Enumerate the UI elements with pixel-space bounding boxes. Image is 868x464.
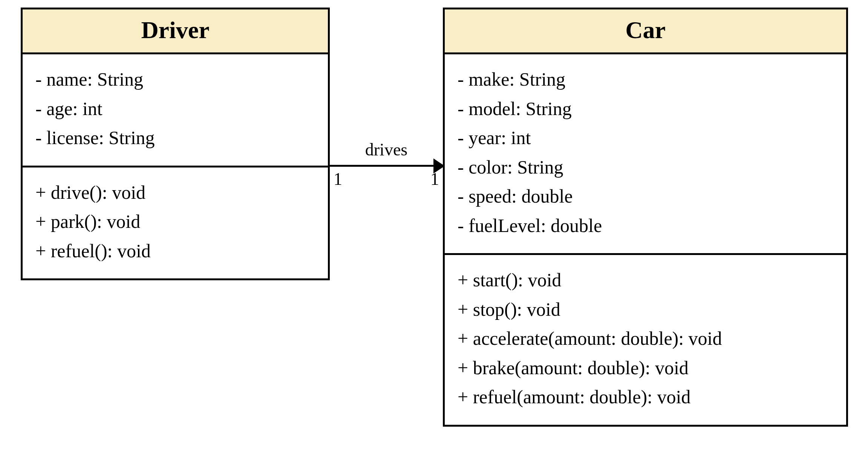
association-line [330, 165, 433, 167]
class-method: + park(): void [35, 207, 315, 237]
class-box-car: Car - make: String - model: String - yea… [443, 8, 848, 427]
uml-diagram: Driver - name: String - age: int - licen… [0, 0, 868, 464]
class-attributes-car: - make: String - model: String - year: i… [445, 54, 846, 255]
class-box-driver: Driver - name: String - age: int - licen… [21, 8, 330, 280]
class-method: + accelerate(amount: double): void [458, 324, 833, 353]
class-method: + refuel(amount: double): void [458, 383, 833, 412]
association-multiplicity-right: 1 [424, 169, 439, 189]
association-label: drives [330, 140, 443, 160]
class-attr: - year: int [458, 123, 833, 153]
class-title-car: Car [445, 9, 846, 54]
class-attr: - make: String [458, 65, 833, 94]
association-multiplicity-left: 1 [334, 169, 349, 189]
class-title-driver: Driver [23, 9, 328, 54]
class-method: + refuel(): void [35, 237, 315, 266]
class-attr: - fuelLevel: double [458, 211, 833, 241]
class-attr: - age: int [35, 94, 315, 124]
class-method: + drive(): void [35, 178, 315, 207]
class-methods-car: + start(): void + stop(): void + acceler… [445, 255, 846, 425]
class-attr: - model: String [458, 94, 833, 124]
class-methods-driver: + drive(): void + park(): void + refuel(… [23, 167, 328, 279]
class-attr: - speed: double [458, 182, 833, 211]
class-attr: - color: String [458, 153, 833, 182]
class-method: + start(): void [458, 266, 833, 295]
class-method: + stop(): void [458, 295, 833, 324]
class-attr: - license: String [35, 123, 315, 153]
class-attributes-driver: - name: String - age: int - license: Str… [23, 54, 328, 167]
class-method: + brake(amount: double): void [458, 353, 833, 383]
class-attr: - name: String [35, 65, 315, 94]
